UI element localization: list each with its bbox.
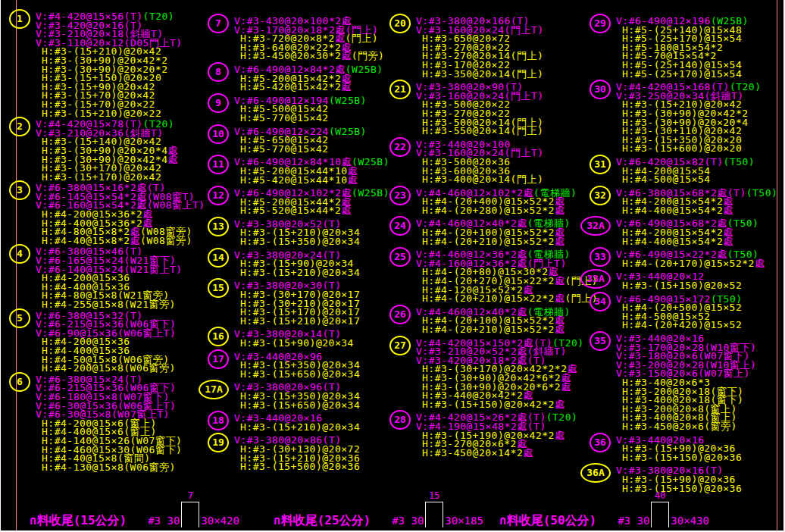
item-number-badge: 21 bbox=[389, 80, 411, 99]
rebar-text-segment: H:#3-(15+170)@20×42 bbox=[42, 171, 161, 183]
rebar-item-36: 36V:#3-440@20×16H:#3-(15+90)@20×36H:#3-(… bbox=[616, 436, 785, 462]
rebar-lines: V:#6-380@15×32(T)V:#6-215@15×36(W06窗下)V:… bbox=[36, 311, 234, 373]
rebar-text-segment: 處 bbox=[555, 293, 565, 304]
rebar-line: H:#3-(15+650)@20×34 bbox=[234, 370, 433, 379]
rebar-line: H:#4-500@15×54 bbox=[616, 175, 785, 184]
item-number-badge: 17 bbox=[208, 349, 229, 369]
legend-size: 30×420 bbox=[201, 514, 239, 527]
rebar-line: H:#4-40@15×8*2處(W08窗旁) bbox=[36, 236, 234, 246]
item-number-badge: 26 bbox=[389, 305, 411, 324]
rebar-item-33A: 33AV:#3-440@20×12H:#3-(15+150)@20×52 bbox=[616, 272, 785, 289]
rebar-text-segment: H:#3-450@20×14*2 bbox=[422, 447, 523, 458]
rebar-text-segment: (W08窗旁) bbox=[140, 235, 192, 246]
rebar-item-30: 30V:#4-420@15×168(T)(T20)V:#3-250@20×34(… bbox=[616, 83, 785, 153]
rebar-text-segment: (T20) bbox=[143, 11, 175, 22]
rebar-text-segment: 處 bbox=[555, 236, 565, 247]
rebar-text-segment: 處 bbox=[555, 205, 565, 216]
rebar-column-4: 29V:#6-490@12×196(W25B)H:#5-(25+140)@15×… bbox=[616, 17, 785, 497]
rebar-item-32: 32V:#6-380@15×68*2處(T)(T50)H:#4-200@15×5… bbox=[616, 189, 785, 215]
rebar-line: H:#5-420@15×44*10處 bbox=[234, 176, 433, 185]
rebar-text-segment: H:#5-(25+170)@15×54 bbox=[622, 68, 742, 80]
rebar-text-segment: (T50) bbox=[746, 187, 778, 199]
rebar-lines: V:#3-380@20×96(T)H:#3-(15+350)@20×34H:#3… bbox=[234, 383, 433, 409]
rebar-text-segment: H:#4-(20+210)@15×52*2 bbox=[422, 236, 555, 247]
rebar-text-segment: (T50) bbox=[724, 156, 755, 167]
rebar-text-segment: H:#3-(15+500)@20×36 bbox=[240, 461, 360, 472]
rebar-text-segment: 處 bbox=[555, 324, 565, 335]
rebar-text-segment: H:#4-(20+170)@15×52*2 bbox=[622, 258, 755, 269]
rebar-line: H:#3-(15+350)@20×34 bbox=[234, 237, 433, 246]
rebar-text-segment: H:#3-(15+150)@20×42*2 bbox=[422, 399, 555, 410]
rebar-item-33: 33V:#6-490@15×22*2處(T50)H:#4-(20+170)@15… bbox=[616, 250, 785, 268]
item-number-badge: 34 bbox=[590, 292, 611, 311]
rebar-text-segment: H:#4-255@15×8(W21窗旁) bbox=[42, 299, 176, 310]
item-number-badge: 18 bbox=[208, 411, 229, 430]
rebar-column-3: 20V:#3-380@20×166(T)V:#3-160@20×24(門上T)H… bbox=[416, 17, 615, 462]
rebar-text-segment: H:#4-(20+210)@15×52*2 bbox=[422, 324, 555, 335]
rebar-line: H:#4-(20+210)@15×52*2處 bbox=[416, 237, 615, 246]
rebar-lines: V:#3-440@20×16V:#3-170@20×28(W10窗下)V:#3-… bbox=[616, 334, 785, 431]
staple-shape-group: 40 bbox=[651, 491, 669, 527]
rebar-lines: V:#4-460@12×102*2處(電梯牆)H:#4-(20+400)@15×… bbox=[416, 189, 615, 215]
rebar-line: H:#4-400@15×54*2處 bbox=[616, 237, 785, 246]
rebar-item-32A: 32AV:#6-490@15×68*2處(T50)H:#4-200@15×54*… bbox=[616, 219, 785, 246]
rebar-text-segment: H:#3-(15+150)@20×36 bbox=[622, 452, 742, 463]
rebar-item-28: 28V:#4-420@15×26*2處(T)(T20)V:#4-190@15×4… bbox=[416, 413, 615, 457]
rebar-text-segment: H:#3-450@20×30*2 bbox=[240, 50, 341, 61]
rebar-item-23: 23V:#4-460@12×102*2處(電梯牆)H:#4-(20+400)@1… bbox=[416, 189, 615, 215]
rebar-line: H:#4-(20+280)@15×52*2處 bbox=[416, 206, 615, 215]
rebar-text-segment: H:#3-450@20×6(窗旁) bbox=[622, 421, 737, 432]
legend-item-15cm: ∩料收尾(15公分) #3 30 7 30×420 bbox=[30, 491, 239, 527]
rebar-text-segment: 處 bbox=[555, 275, 565, 286]
rebar-text-segment: 處 bbox=[130, 235, 141, 246]
rebar-line: H:#3-450@20×14*2處 bbox=[416, 449, 615, 458]
rebar-item-29: 29V:#6-490@12×196(W25B)H:#5-(25+140)@15×… bbox=[616, 17, 785, 78]
rebar-text-segment: (W25B) bbox=[329, 95, 367, 106]
rebar-text-segment: H:#3-(15+350)@20×34 bbox=[240, 236, 360, 247]
drawing-frame: 1V:#4-420@15×56(T)(T20)V:#3-420@20×16(T)… bbox=[0, 0, 785, 532]
rebar-text-segment: H:#3-(15+210)@20×22 bbox=[42, 108, 161, 119]
rebar-text-segment: H:#3-400@20×14(門上) bbox=[422, 174, 543, 185]
rebar-line: H:#3-(15+170)@20×42 bbox=[36, 173, 234, 182]
staple-shape-icon bbox=[181, 502, 199, 527]
item-number-badge: 12 bbox=[208, 186, 229, 205]
item-number-badge: 4 bbox=[9, 244, 30, 264]
rebar-item-19: 19V:#3-380@20×86(T)H:#3-(30+130)@20×72H:… bbox=[234, 436, 433, 471]
rebar-line: H:#4-200@15×8(W06窗旁) bbox=[36, 364, 234, 373]
rebar-text-segment: H:#4-(20+280)@15×52*2 bbox=[422, 205, 555, 216]
rebar-item-27: 27V:#4-420@15×150*2處(T)(T20)V:#3-210@20×… bbox=[416, 339, 615, 409]
rebar-lines: V:#6-490@15×22*2處(T50)H:#4-(20+170)@15×5… bbox=[616, 250, 785, 268]
rebar-item-26: 26V:#4-460@12×40*2處(電梯牆)H:#4-(20+100)@15… bbox=[416, 308, 615, 334]
rebar-lines: V:#6-380@15×16*2處(T)V:#6-145@15×54*2處(W0… bbox=[36, 183, 234, 245]
rebar-line: H:#4-(20+420)@15×52 bbox=[616, 321, 785, 330]
rebar-lines: V:#4-420@15×168(T)(T20)V:#3-250@20×34(斜牆… bbox=[616, 83, 785, 153]
legend-size: 30×430 bbox=[671, 514, 709, 527]
item-number-badge: 23 bbox=[389, 186, 411, 205]
rebar-text-segment: 處 bbox=[555, 399, 565, 410]
rebar-text-segment: H:#3-(15+210)@20×34 bbox=[240, 421, 360, 433]
item-number-badge: 14 bbox=[208, 248, 229, 268]
rebar-text-segment: H:#3-(15+650)@20×34 bbox=[240, 399, 360, 411]
legend-label: ∩料收尾(25公分) bbox=[274, 514, 371, 527]
item-number-badge: 9 bbox=[208, 93, 229, 113]
legend-item-25cm: ∩料收尾(25公分) #3 30 15 30×185 bbox=[274, 491, 483, 527]
rebar-item-34: 34V:#6-490@15×172(T50)H:#4-(20+500)@15×5… bbox=[616, 295, 785, 330]
staple-shape-group: 7 bbox=[181, 491, 199, 527]
item-number-badge: 1 bbox=[9, 9, 30, 29]
rebar-text-segment: 處 bbox=[723, 205, 733, 216]
item-number-badge: 36 bbox=[590, 433, 611, 452]
rebar-line: H:#3-(15+150)@20×42*2處 bbox=[416, 400, 615, 409]
rebar-text-segment: H:#3-550@20×14(門上) bbox=[422, 125, 543, 136]
rebar-text-segment: 處 bbox=[555, 430, 565, 441]
rebar-line: H:#4-400@15×54*2處 bbox=[616, 206, 785, 215]
rebar-text-segment: 處 bbox=[168, 154, 179, 165]
rebar-text-segment: (W25B) bbox=[352, 187, 389, 199]
item-number-badge: 29 bbox=[590, 14, 611, 33]
rebar-lines: V:#4-420@15×56(T)(T20)V:#3-420@20×16(T)V… bbox=[36, 12, 234, 117]
rebar-text-segment: H:#3-(15+90)@20×34 bbox=[240, 337, 354, 349]
item-number-badge: 22 bbox=[389, 137, 411, 157]
rebar-line: H:#3-450@20×6(窗旁) bbox=[616, 422, 785, 431]
rebar-line: H:#3-350@20×14(門上) bbox=[416, 70, 615, 79]
rebar-line: H:#3-(15+650)@20×34 bbox=[234, 401, 433, 410]
item-number-badge: 3 bbox=[9, 180, 30, 200]
